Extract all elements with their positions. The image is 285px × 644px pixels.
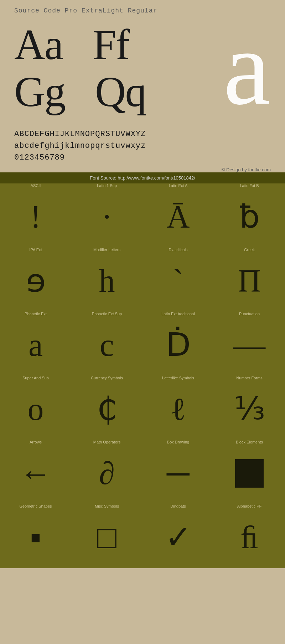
- glyph-char: ✓: [165, 510, 192, 565]
- alphabet-upper: ABCDEFGHIJKLMNOPQRSTUVWXYZ: [14, 128, 271, 140]
- glyph-label: Super And Sub: [22, 376, 49, 380]
- glyph-label: IPA Ext: [29, 248, 42, 252]
- glyph-label: Phonetic Ext: [25, 312, 47, 316]
- glyph-cell: Currency Symbols₵: [71, 376, 142, 440]
- glyph-label: ASCII: [31, 183, 41, 188]
- font-source-bar: Font Source: http://www.fontke.com/font/…: [0, 172, 285, 183]
- glyph-cell: ASCII!: [0, 183, 71, 248]
- glyph-char: c: [100, 318, 114, 372]
- glyph-char: ﬁ: [240, 510, 258, 565]
- glyph-cell: Letterlike Symbolsℓ: [142, 376, 214, 440]
- glyph-char: ←: [20, 446, 52, 500]
- sample-large-char: a: [223, 21, 271, 121]
- glyph-cell: Number Forms⅓: [214, 376, 285, 440]
- glyph-char: ·: [103, 190, 111, 244]
- glyph-label: Letterlike Symbols: [162, 376, 194, 380]
- top-section: Source Code Pro ExtraLight Regular Aa Ff…: [0, 0, 285, 125]
- sample-letters: Aa Ff Gg Qq a: [14, 21, 271, 121]
- glyph-cell: Box Drawing─: [142, 440, 214, 504]
- glyph-label: Currency Symbols: [91, 376, 123, 380]
- glyph-cell: Modifier Lettersh: [71, 248, 142, 312]
- glyph-cell: Super And Subo: [0, 376, 71, 440]
- font-title: Source Code Pro ExtraLight Regular: [14, 7, 271, 14]
- glyph-char: ƀ: [239, 190, 260, 244]
- glyph-cell: Misc Symbols□: [71, 504, 142, 568]
- glyph-char: Ā: [167, 190, 190, 244]
- glyph-label: Latin 1 Sup: [97, 183, 117, 188]
- glyph-char: h: [99, 254, 115, 308]
- dark-section: Font Source: http://www.fontke.com/font/…: [0, 172, 285, 568]
- glyph-label: Math Operators: [93, 440, 120, 445]
- glyph-label: Number Forms: [236, 376, 262, 380]
- glyph-cell: Diacriticals`: [142, 248, 214, 312]
- glyph-cell: Phonetic Ext Supc: [71, 312, 142, 376]
- glyph-cell: Alphabetic PFﬁ: [214, 504, 285, 568]
- glyph-label: Diacriticals: [169, 248, 187, 252]
- glyph-label: Latin Ext B: [240, 183, 259, 188]
- glyph-char: o: [28, 382, 44, 436]
- glyph-cell: GreekΠ: [214, 248, 285, 312]
- glyph-label: Dingbats: [170, 504, 186, 509]
- glyph-char: ─: [167, 446, 190, 500]
- glyph-char: ₵: [97, 382, 117, 436]
- glyph-grid: ASCII!Latin 1 Sup·Latin Ext AĀLatin Ext …: [0, 183, 285, 568]
- glyph-cell: Latin Ext AĀ: [142, 183, 214, 248]
- glyph-label: Greek: [244, 248, 255, 252]
- glyph-char: ∂: [99, 446, 115, 500]
- glyph-cell: Latin Ext AdditionalḊ: [142, 312, 214, 376]
- glyph-label: Alphabetic PF: [237, 504, 261, 509]
- glyph-cell: IPA Extɘ: [0, 248, 71, 312]
- glyph-char: Π: [238, 254, 261, 308]
- glyph-label: Latin Ext Additional: [161, 312, 195, 316]
- glyph-label: Latin Ext A: [169, 183, 188, 188]
- glyph-char: ⅓: [234, 382, 265, 436]
- glyph-label: Block Elements: [236, 440, 263, 445]
- glyph-char: !: [30, 190, 41, 244]
- glyph-cell: Latin 1 Sup·: [71, 183, 142, 248]
- glyph-cell: Phonetic Exta: [0, 312, 71, 376]
- glyph-label: Modifier Letters: [93, 248, 120, 252]
- glyph-cell: Block Elements: [214, 440, 285, 504]
- alphabet-section: ABCDEFGHIJKLMNOPQRSTUVWXYZ abcdefghijklm…: [0, 125, 285, 165]
- glyph-label: Misc Symbols: [95, 504, 119, 509]
- glyph-char: Ḋ: [166, 318, 191, 372]
- glyph-char: ▪: [30, 510, 41, 565]
- glyph-char: a: [28, 318, 43, 372]
- glyph-cell: Math Operators∂: [71, 440, 142, 504]
- glyph-char: —: [233, 318, 265, 372]
- glyph-label: Box Drawing: [167, 440, 189, 445]
- glyph-cell: Punctuation—: [214, 312, 285, 376]
- glyph-char: □: [97, 510, 116, 565]
- glyph-label: Arrows: [30, 440, 42, 445]
- copyright: © Design by fontke.com: [0, 165, 285, 172]
- glyph-label: Phonetic Ext Sup: [92, 312, 122, 316]
- glyph-char: `: [173, 254, 183, 308]
- glyph-label: Punctuation: [239, 312, 260, 316]
- glyph-cell: Geometric Shapes▪: [0, 504, 71, 568]
- digits-line: 0123456789: [14, 152, 271, 163]
- glyph-char: ɘ: [26, 254, 46, 308]
- glyph-cell: Dingbats✓: [142, 504, 214, 568]
- glyph-cell: Latin Ext Bƀ: [214, 183, 285, 248]
- glyph-cell: Arrows←: [0, 440, 71, 504]
- alphabet-lower: abcdefghijklmnopqrstuvwxyz: [14, 140, 271, 152]
- glyph-char: [235, 446, 264, 500]
- glyph-char: ℓ: [170, 382, 186, 436]
- glyph-label: Geometric Shapes: [19, 504, 52, 509]
